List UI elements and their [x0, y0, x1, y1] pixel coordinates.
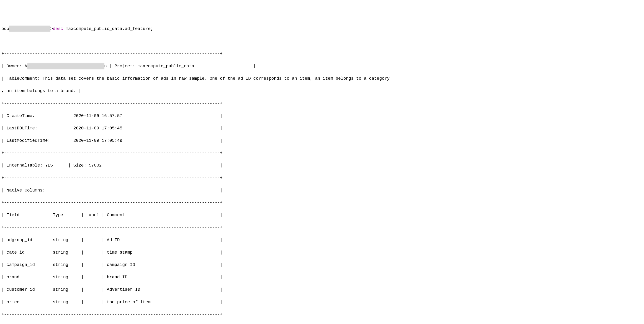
divider: +---------------------------------------…: [2, 100, 642, 107]
table-row: | campaign_id | string | | campaign ID |: [2, 262, 642, 268]
prompt1-redacted: xxxxxxxxxxxxxxxx: [9, 26, 50, 32]
nativecolumns-line: | Native Columns: |: [2, 187, 642, 193]
owner-redacted: xxxxxxxxxxxxxxxxxxxxxxxxxxxxxx: [27, 63, 104, 69]
lastmodified-line: | LastModifiedTime: 2020-11-09 17:05:49 …: [2, 137, 642, 144]
table-row: | brand | string | | brand ID |: [2, 274, 642, 280]
prompt-line-1[interactable]: odpxxxxxxxxxxxxxxxx>desc maxcompute_publ…: [2, 26, 642, 32]
createtime-line: | CreateTime: 2020-11-09 16:57:57 |: [2, 113, 642, 119]
tablecomment-line1: | TableComment: This data set covers the…: [2, 75, 642, 82]
lastddl-line: | LastDDLTime: 2020-11-09 17:05:45 |: [2, 125, 642, 131]
divider: +---------------------------------------…: [2, 51, 642, 57]
desc-keyword: desc: [53, 26, 63, 31]
internaltable-line: | InternalTable: YES | Size: 57002 |: [2, 162, 642, 168]
table-row: | cate_id | string | | time stamp |: [2, 249, 642, 256]
column-header: | Field | Type | Label | Comment |: [2, 212, 642, 218]
divider: +---------------------------------------…: [2, 312, 642, 318]
table-row: | customer_id | string | | Advertiser ID…: [2, 287, 642, 293]
table-row: | adgroup_id | string | | Ad ID |: [2, 237, 642, 243]
desc-arg: maxcompute_public_data.ad_feature;: [63, 26, 153, 31]
prompt1-gt: >: [50, 26, 53, 31]
divider: +---------------------------------------…: [2, 150, 642, 156]
divider: +---------------------------------------…: [2, 224, 642, 231]
divider: +---------------------------------------…: [2, 200, 642, 206]
owner-rest: n | Project: maxcompute_public_data |: [104, 64, 256, 68]
divider: +---------------------------------------…: [2, 175, 642, 181]
prompt1-prefix: odp: [2, 26, 9, 31]
owner-line: | Owner: Axxxxxxxxxxxxxxxxxxxxxxxxxxxxxx…: [2, 63, 642, 69]
blank-line: [2, 38, 642, 44]
owner-prefix: | Owner: A: [2, 64, 27, 68]
table-row: | price | string | | the price of item |: [2, 299, 642, 305]
tablecomment-line2: , an item belongs to a brand. |: [2, 88, 642, 94]
